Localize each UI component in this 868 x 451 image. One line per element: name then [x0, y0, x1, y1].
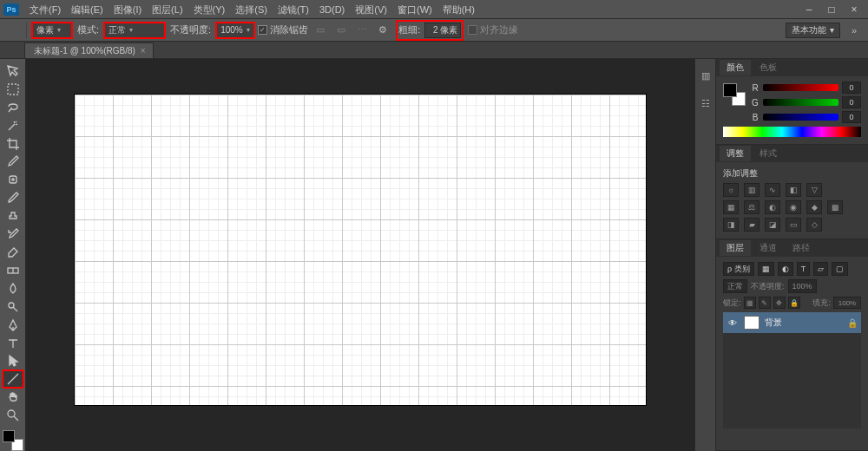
- adj-threshold-icon[interactable]: ◪: [765, 218, 780, 232]
- window-close[interactable]: ×: [844, 3, 865, 16]
- workspace-switcher[interactable]: 基本功能 ▾: [786, 23, 840, 38]
- hand-tool[interactable]: [3, 389, 23, 406]
- history-icon[interactable]: ▥: [698, 68, 713, 83]
- adj-hue-icon[interactable]: ▦: [723, 200, 739, 214]
- slider-r[interactable]: R 0: [751, 82, 861, 94]
- blur-tool[interactable]: [3, 280, 23, 297]
- document-tab[interactable]: 未标题-1 @ 100%(RGB/8) ×: [24, 42, 154, 58]
- eraser-tool[interactable]: [3, 244, 23, 261]
- menu-window[interactable]: 窗口(W): [392, 0, 437, 19]
- panel-collapse-icon[interactable]: »: [845, 23, 863, 38]
- slider-g-track[interactable]: [763, 99, 838, 106]
- slider-g[interactable]: G 0: [751, 96, 861, 108]
- tab-paths[interactable]: 路径: [786, 240, 817, 256]
- foreground-color[interactable]: [3, 430, 15, 442]
- tab-styles[interactable]: 样式: [753, 146, 784, 161]
- filter-adjust-icon[interactable]: ◐: [778, 262, 793, 276]
- adj-invert-icon[interactable]: ◨: [723, 218, 739, 232]
- menu-layer[interactable]: 图层(L): [147, 0, 187, 19]
- gradient-tool[interactable]: [3, 262, 23, 279]
- align-edges-checkbox[interactable]: 对齐边缘: [468, 23, 518, 36]
- menu-3d[interactable]: 3D(D): [314, 0, 350, 19]
- adj-brightness-icon[interactable]: ☼: [723, 183, 739, 197]
- opacity-combo[interactable]: 100% ▾: [216, 23, 254, 38]
- antialias-checkbox[interactable]: ✓ 消除锯齿: [258, 23, 308, 36]
- adj-channel-mixer-icon[interactable]: ◆: [806, 200, 822, 214]
- adj-gradient-map-icon[interactable]: ▭: [786, 218, 801, 232]
- brush-tool[interactable]: [3, 189, 23, 206]
- move-tool[interactable]: [3, 62, 23, 80]
- weight-value[interactable]: 2 像素: [424, 23, 461, 38]
- gear-icon[interactable]: ⚙: [374, 23, 391, 38]
- history-brush-tool[interactable]: [3, 226, 23, 243]
- menu-edit[interactable]: 编辑(E): [66, 0, 108, 19]
- properties-icon[interactable]: ☷: [698, 95, 713, 111]
- zoom-tool[interactable]: [3, 407, 23, 424]
- slider-g-value[interactable]: 0: [842, 96, 861, 108]
- layer-opacity-value[interactable]: 100%: [788, 279, 817, 293]
- adj-curves-icon[interactable]: ∿: [765, 183, 780, 197]
- fg-swatch[interactable]: [723, 83, 737, 97]
- slider-b-track[interactable]: [763, 114, 838, 121]
- filter-type-icon[interactable]: T: [797, 262, 811, 276]
- tab-swatches[interactable]: 色板: [753, 60, 784, 75]
- crop-tool[interactable]: [3, 135, 23, 153]
- menu-select[interactable]: 选择(S): [230, 0, 273, 19]
- menu-view[interactable]: 视图(V): [350, 0, 392, 19]
- layer-kind-filter[interactable]: ρ 类别: [723, 262, 754, 276]
- slider-b-value[interactable]: 0: [842, 111, 861, 123]
- type-tool[interactable]: [3, 335, 23, 352]
- adj-vibrance-icon[interactable]: ▽: [806, 183, 822, 197]
- close-icon[interactable]: ×: [141, 46, 146, 56]
- spot-heal-tool[interactable]: [3, 171, 23, 188]
- adj-photo-filter-icon[interactable]: ◉: [786, 200, 801, 214]
- adj-selective-color-icon[interactable]: ◇: [806, 218, 822, 232]
- tab-adjustments[interactable]: 调整: [720, 146, 751, 161]
- active-tool-icon[interactable]: [5, 23, 21, 38]
- filter-pixel-icon[interactable]: ▦: [758, 262, 774, 276]
- menu-type[interactable]: 类型(Y): [188, 0, 231, 19]
- menu-file[interactable]: 文件(F): [24, 0, 66, 19]
- adj-balance-icon[interactable]: ⚖: [744, 200, 760, 214]
- line-tool[interactable]: [3, 370, 23, 388]
- tab-layers[interactable]: 图层: [720, 240, 751, 256]
- adj-exposure-icon[interactable]: ◧: [786, 183, 801, 197]
- dodge-tool[interactable]: [3, 298, 23, 316]
- lasso-tool[interactable]: [3, 99, 23, 116]
- magic-wand-tool[interactable]: [3, 117, 23, 134]
- adj-posterize-icon[interactable]: ▰: [744, 218, 760, 232]
- marquee-tool[interactable]: [3, 81, 23, 98]
- fill-value[interactable]: 100%: [833, 297, 861, 309]
- color-spectrum[interactable]: [723, 127, 861, 137]
- menu-filter[interactable]: 滤镜(T): [273, 0, 314, 19]
- window-maximize[interactable]: □: [821, 3, 842, 16]
- layer-row-background[interactable]: 👁 背景 🔒: [723, 312, 861, 333]
- menu-image[interactable]: 图像(I): [108, 0, 147, 19]
- color-panel-swatch[interactable]: [723, 83, 746, 106]
- size-combo[interactable]: 像素 ▾: [32, 23, 72, 38]
- visibility-icon[interactable]: 👁: [727, 318, 739, 328]
- blend-mode-select[interactable]: 正常: [723, 279, 747, 293]
- eyedropper-tool[interactable]: [3, 154, 23, 171]
- mode-combo[interactable]: 正常 ▾: [104, 23, 165, 38]
- menu-help[interactable]: 帮助(H): [437, 0, 480, 19]
- tab-color[interactable]: 颜色: [720, 60, 751, 75]
- filter-smart-icon[interactable]: ▢: [832, 262, 848, 276]
- filter-shape-icon[interactable]: ▱: [813, 262, 828, 276]
- lock-pixels-icon[interactable]: ✎: [759, 297, 771, 309]
- lock-transparency-icon[interactable]: ▦: [744, 297, 756, 309]
- pen-tool[interactable]: [3, 317, 23, 334]
- document-canvas[interactable]: [74, 94, 647, 406]
- slider-r-value[interactable]: 0: [842, 82, 861, 94]
- canvas-area[interactable]: [26, 59, 694, 451]
- slider-r-track[interactable]: [763, 84, 838, 91]
- lock-all-icon[interactable]: 🔒: [788, 297, 800, 309]
- adj-bw-icon[interactable]: ◐: [765, 200, 780, 214]
- foreground-background-swatch[interactable]: [3, 430, 23, 451]
- slider-b[interactable]: B 0: [751, 111, 861, 123]
- tab-channels[interactable]: 通道: [753, 240, 784, 256]
- clone-stamp-tool[interactable]: [3, 207, 23, 225]
- path-select-tool[interactable]: [3, 353, 23, 370]
- adj-lut-icon[interactable]: ▩: [827, 200, 843, 214]
- lock-position-icon[interactable]: ✥: [773, 297, 786, 309]
